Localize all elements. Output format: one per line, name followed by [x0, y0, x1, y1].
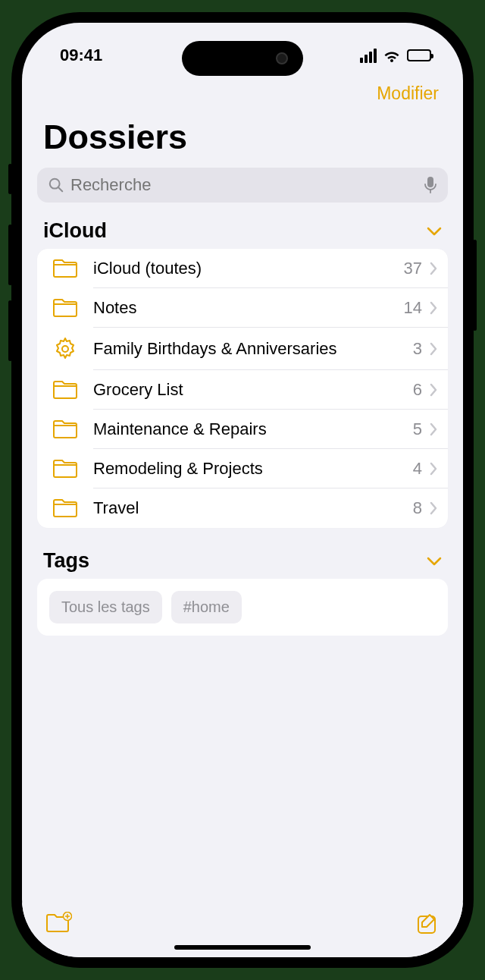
folder-count: 4: [413, 459, 422, 479]
folder-row[interactable]: Travel8: [37, 488, 448, 528]
home-indicator[interactable]: [174, 945, 311, 950]
folder-name: Notes: [93, 298, 404, 318]
svg-point-6: [62, 346, 68, 352]
status-time: 09:41: [60, 46, 102, 65]
folder-name: Grocery List: [93, 380, 413, 400]
compose-icon[interactable]: [416, 912, 440, 936]
chevron-right-icon: [430, 383, 437, 397]
gear-icon: [49, 337, 81, 361]
search-bar[interactable]: [37, 168, 448, 203]
folder-row[interactable]: Remodeling & Projects4: [37, 449, 448, 488]
folder-icon: [49, 258, 81, 279]
folder-icon: [49, 458, 81, 479]
folder-name: Remodeling & Projects: [93, 459, 413, 479]
folder-count: 5: [413, 419, 422, 439]
folder-list: iCloud (toutes)37Notes14Family Birthdays…: [37, 249, 448, 528]
section-header-tags[interactable]: Tags: [37, 549, 448, 579]
folder-name: Family Birthdays & Anniversaries: [93, 339, 413, 359]
battery-icon: [407, 49, 431, 61]
chevron-right-icon: [430, 301, 437, 315]
phone-frame: 09:41 Modifier Dossiers iCloud iCloud: [11, 12, 474, 968]
svg-rect-2: [427, 177, 433, 187]
edit-button[interactable]: Modifier: [377, 83, 439, 104]
section-title: iCloud: [43, 219, 107, 243]
folder-count: 37: [404, 259, 422, 278]
folder-name: iCloud (toutes): [93, 259, 404, 278]
folder-icon: [49, 297, 81, 319]
section-header-icloud[interactable]: iCloud: [37, 219, 448, 249]
folder-icon: [49, 498, 81, 519]
folder-row[interactable]: Family Birthdays & Anniversaries3: [37, 328, 448, 370]
folder-name: Maintenance & Repairs: [93, 419, 413, 439]
folder-count: 3: [413, 339, 422, 359]
chevron-right-icon: [430, 462, 437, 476]
folder-count: 14: [404, 298, 422, 318]
chevron-right-icon: [430, 342, 437, 356]
page-title: Dossiers: [37, 118, 448, 157]
section-title: Tags: [43, 549, 89, 573]
folder-count: 6: [413, 380, 422, 400]
search-input[interactable]: [70, 175, 418, 195]
tag-pill[interactable]: Tous les tags: [49, 591, 162, 623]
screen: 09:41 Modifier Dossiers iCloud iCloud: [22, 23, 463, 957]
wifi-icon: [383, 49, 401, 62]
chevron-down-icon: [427, 227, 442, 236]
folder-row[interactable]: Notes14: [37, 288, 448, 328]
folder-name: Travel: [93, 498, 413, 518]
search-icon: [48, 177, 64, 193]
folder-count: 8: [413, 498, 422, 518]
folder-row[interactable]: Grocery List6: [37, 370, 448, 410]
chevron-right-icon: [430, 422, 437, 436]
new-folder-icon[interactable]: [45, 912, 72, 934]
chevron-down-icon: [427, 557, 442, 566]
chevron-right-icon: [430, 262, 437, 275]
microphone-icon[interactable]: [424, 176, 437, 194]
dynamic-island: [182, 41, 303, 76]
folder-icon: [49, 379, 81, 400]
tag-pill[interactable]: #home: [171, 591, 242, 623]
folder-row[interactable]: iCloud (toutes)37: [37, 249, 448, 288]
svg-line-1: [58, 187, 62, 191]
folder-row[interactable]: Maintenance & Repairs5: [37, 410, 448, 449]
tags-list: Tous les tags#home: [37, 579, 448, 636]
chevron-right-icon: [430, 501, 437, 515]
cellular-icon: [360, 49, 377, 63]
folder-icon: [49, 419, 81, 440]
